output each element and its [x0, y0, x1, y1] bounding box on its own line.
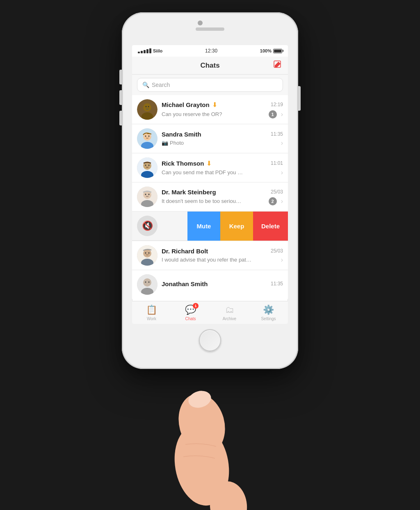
speaker — [196, 27, 224, 31]
download-icon-rick: ⬇ — [206, 159, 212, 167]
chat-list: Michael Grayton ⬇ 12:19 Can you reserve … — [132, 95, 288, 301]
photo-camera-icon: 📷 — [162, 140, 168, 146]
signal-bar-3 — [144, 50, 146, 53]
chat-name-mark: Dr. Mark Steinberg — [162, 189, 216, 196]
svg-point-35 — [208, 480, 249, 510]
battery-icon — [273, 49, 282, 53]
status-bar: Siilo 12:30 100% — [132, 45, 288, 57]
svg-point-34 — [187, 388, 213, 410]
chat-time-sandra: 11:35 — [271, 131, 283, 137]
finger-svg — [169, 350, 259, 510]
avatar-mark — [137, 187, 158, 207]
avatar-jonathan-image — [137, 274, 158, 295]
svg-point-28 — [143, 278, 151, 287]
finger-overlay — [169, 350, 259, 510]
svg-point-31 — [148, 282, 150, 283]
chat-info-mark: Dr. Mark Steinberg 25/03 It doesn't seem… — [162, 189, 283, 205]
search-placeholder: Search — [152, 82, 170, 88]
chat-footer-rick: Can you send me that PDF you had mention… — [162, 169, 283, 176]
tab-chats-badge: 1 — [193, 303, 199, 309]
delete-button[interactable]: Delete — [253, 212, 288, 241]
avatar-richard-image — [137, 245, 158, 266]
avatar-sandra-image — [137, 128, 158, 149]
chat-preview-mark: It doesn't seem to be too serious. I wou… — [162, 198, 244, 204]
tab-work-label: Work — [147, 316, 156, 321]
chat-header-sandra: Sandra Smith 11:35 — [162, 131, 283, 138]
battery-fill — [274, 50, 281, 52]
chat-item-mark-steinberg[interactable]: Dr. Mark Steinberg 25/03 It doesn't seem… — [132, 182, 288, 212]
badge-mark: 2 — [269, 197, 277, 205]
svg-point-20 — [145, 194, 146, 195]
tab-archive-icon: 🗂 — [225, 305, 234, 315]
chat-header-jonathan: Jonathan Smith 11:35 — [162, 280, 283, 287]
chat-item-rick-thomson[interactable]: Rick Thomson ⬇ 11:01 Can you send me tha… — [132, 153, 288, 182]
search-bar[interactable]: 🔍 Search — [137, 78, 283, 92]
tab-archive[interactable]: 🗂 Archive — [210, 305, 249, 321]
chat-info-richard: Dr. Richard Bolt 25/03 I would advise th… — [162, 248, 283, 264]
phone-bottom — [122, 324, 298, 357]
battery-body — [273, 49, 282, 53]
chat-item-jonathan-smith[interactable]: Jonathan Smith 11:35 — [132, 270, 288, 299]
download-icon-michael: ⬇ — [212, 101, 217, 109]
chevron-mark: › — [281, 198, 283, 205]
status-left: Siilo — [138, 48, 162, 53]
svg-point-36 — [210, 502, 251, 510]
signal-bar-5 — [149, 48, 151, 53]
svg-point-6 — [148, 106, 149, 107]
swipe-row-container: 🔇 25/03 › Mute Keep Delete — [132, 212, 288, 241]
keep-button[interactable]: Keep — [220, 212, 253, 241]
chat-header-richard: Dr. Richard Bolt 25/03 — [162, 248, 283, 255]
tab-settings[interactable]: ⚙️ Settings — [249, 305, 288, 321]
chat-header-michael: Michael Grayton ⬇ 12:19 — [162, 101, 283, 109]
signal-bars — [138, 48, 151, 53]
chat-preview-sandra: 📷 Photo — [162, 140, 184, 146]
svg-point-16 — [148, 165, 150, 166]
avatar-michael — [137, 99, 158, 120]
compose-icon — [273, 60, 282, 69]
front-camera — [198, 20, 203, 25]
svg-point-32 — [172, 388, 231, 459]
chat-preview-michael: Can you reserve the OR? — [162, 111, 222, 117]
avatar-jonathan — [137, 274, 158, 295]
svg-point-5 — [146, 106, 147, 107]
muted-speaker-icon: 🔇 — [142, 221, 153, 231]
screen: Siilo 12:30 100% Chats — [132, 45, 288, 324]
swipe-actions: Mute Keep Delete — [187, 212, 288, 241]
nav-title: Chats — [200, 61, 219, 70]
tab-chats-icon: 💬 1 — [185, 305, 196, 315]
chat-preview-rick: Can you send me that PDF you had mention… — [162, 169, 244, 175]
tab-bar: 📋 Work 💬 1 Chats 🗂 Archive ⚙️ Setting — [132, 301, 288, 324]
tab-chats[interactable]: 💬 1 Chats — [171, 305, 210, 321]
phone-shell: Siilo 12:30 100% Chats — [122, 12, 298, 369]
chat-name-richard: Dr. Richard Bolt — [162, 248, 208, 255]
chat-info-jonathan: Jonathan Smith 11:35 — [162, 280, 283, 289]
nav-bar: Chats — [132, 57, 288, 75]
chat-footer-michael: Can you reserve the OR? 1 › — [162, 110, 283, 118]
chat-header-rick: Rick Thomson ⬇ 11:01 — [162, 159, 283, 167]
tab-settings-icon: ⚙️ — [263, 305, 274, 315]
svg-point-26 — [148, 253, 150, 254]
avatar-richard — [137, 245, 158, 266]
chat-name-michael: Michael Grayton — [162, 101, 210, 108]
mute-button[interactable]: Mute — [187, 212, 220, 241]
tab-work[interactable]: 📋 Work — [132, 305, 171, 321]
home-button[interactable] — [199, 329, 221, 351]
chat-name-row-michael: Michael Grayton ⬇ — [162, 101, 217, 109]
chat-item-michael-grayton[interactable]: Michael Grayton ⬇ 12:19 Can you reserve … — [132, 95, 288, 124]
chat-time-michael: 12:19 — [271, 102, 283, 107]
chat-preview-richard: I would advise that you refer the patien… — [162, 257, 252, 263]
compose-button[interactable] — [273, 60, 282, 71]
chat-time-rick: 11:01 — [271, 160, 283, 166]
svg-point-3 — [143, 103, 151, 112]
avatar-michael-image — [137, 99, 158, 120]
svg-point-15 — [145, 165, 146, 166]
svg-point-25 — [145, 253, 146, 254]
chat-item-richard-bolt[interactable]: Dr. Richard Bolt 25/03 I would advise th… — [132, 241, 288, 270]
svg-point-10 — [145, 136, 146, 137]
chat-item-sandra-smith[interactable]: Sandra Smith 11:35 📷 Photo › — [132, 124, 288, 153]
chat-time-mark: 25/03 — [271, 189, 283, 195]
phone-top — [122, 12, 298, 45]
svg-point-11 — [148, 136, 150, 137]
scene: Siilo 12:30 100% Chats — [0, 0, 420, 510]
chat-footer-sandra: 📷 Photo › — [162, 139, 283, 147]
